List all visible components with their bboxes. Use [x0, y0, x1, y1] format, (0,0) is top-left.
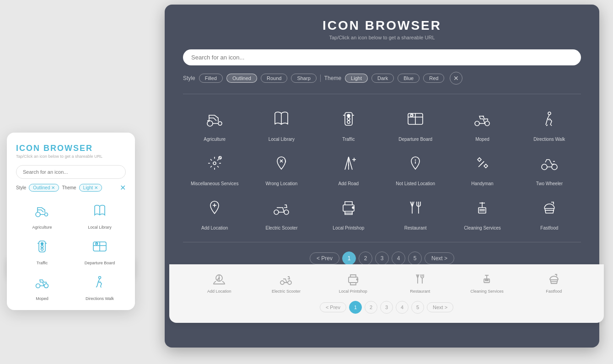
icon-add-road[interactable]: Add Road: [317, 150, 380, 187]
chip-outlined-x[interactable]: ✕: [51, 185, 55, 190]
gray-next-button[interactable]: Next >: [427, 302, 453, 312]
icon-not-listed-location[interactable]: Not Listed Location: [384, 150, 447, 187]
gray-page-3[interactable]: 3: [380, 301, 393, 314]
icon-misc-services-box: [201, 150, 228, 177]
icon-restaurant-box: [402, 194, 429, 221]
white-icon-moped-box: [31, 271, 54, 294]
gray-page-4[interactable]: 4: [396, 301, 409, 314]
dark-page-1[interactable]: 1: [342, 252, 356, 265]
white-icon-traffic[interactable]: Traffic: [16, 235, 68, 265]
icon-electric-scooter[interactable]: Electric Scooter: [250, 194, 313, 231]
white-icon-moped[interactable]: Moped: [16, 271, 68, 301]
icon-directions-walk[interactable]: Directions Walk: [518, 105, 581, 142]
svg-point-6: [356, 279, 358, 280]
white-icon-local-library[interactable]: Local Library: [74, 199, 126, 230]
icon-agriculture[interactable]: Agriculture: [183, 105, 246, 142]
gray-page-1[interactable]: 1: [349, 301, 362, 314]
icon-fastfood-label: Fastfood: [540, 225, 558, 231]
filter-dark[interactable]: Dark: [371, 74, 394, 83]
icon-departure-board[interactable]: Departure Board: [384, 105, 447, 142]
filter-round[interactable]: Round: [261, 74, 287, 83]
icon-local-printshop[interactable]: Local Printshop: [317, 194, 380, 231]
filter-filled[interactable]: Filled: [199, 74, 223, 83]
icon-wrong-location-box: [268, 150, 295, 177]
dark-next-button[interactable]: Next >: [425, 252, 454, 264]
filter-blue[interactable]: Blue: [398, 74, 419, 83]
dark-pagination: < Prev 1 2 3 4 5 Next >: [183, 252, 581, 265]
theme-label: Theme: [324, 75, 341, 81]
white-search-input[interactable]: [16, 165, 126, 179]
white-icon-traffic-label: Traffic: [37, 261, 48, 265]
white-icon-traffic-box: [31, 235, 54, 258]
icon-restaurant[interactable]: Restaurant: [384, 194, 447, 231]
dark-page-2[interactable]: 2: [359, 252, 372, 265]
filter-outlined[interactable]: Outlined: [226, 74, 257, 83]
white-icon-grid: Agriculture Local Library: [16, 199, 126, 301]
white-icon-agriculture-box: [31, 199, 54, 222]
icon-add-location[interactable]: Add Location: [183, 194, 246, 231]
svg-point-35: [548, 112, 551, 115]
svg-point-58: [352, 207, 354, 209]
icon-not-listed-location-label: Not Listed Location: [396, 181, 435, 187]
gray-icon-add-location[interactable]: Add Location: [188, 271, 251, 294]
filters-close-button[interactable]: ✕: [450, 72, 462, 85]
icon-departure-board-box: [402, 105, 429, 133]
icon-local-printshop-label: Local Printshop: [333, 225, 364, 231]
icon-wrong-location-label: Wrong Location: [266, 181, 298, 187]
dark-page-5[interactable]: 5: [408, 252, 422, 265]
icon-moped[interactable]: Moped: [451, 105, 514, 142]
white-chip-light[interactable]: Light ✕: [79, 184, 102, 192]
white-chip-outlined[interactable]: Outlined ✕: [29, 184, 59, 192]
style-label: Style: [183, 75, 195, 81]
svg-point-3: [280, 281, 284, 284]
icon-cleaning-services[interactable]: Cleaning Services: [451, 194, 514, 231]
white-filters-close[interactable]: ✕: [120, 183, 126, 192]
icon-fastfood-box: [536, 194, 563, 221]
gray-page-2[interactable]: 2: [365, 301, 377, 314]
icon-local-library[interactable]: Local Library: [250, 105, 313, 142]
white-icon-agriculture[interactable]: Agriculture: [16, 199, 68, 230]
icon-add-road-box: [335, 150, 362, 177]
svg-point-51: [552, 164, 557, 170]
icon-misc-services[interactable]: Miscellaneous Services: [183, 150, 246, 187]
gray-bottom-card: Add Location Electric Scooter Local Prin…: [169, 264, 604, 323]
dark-page-4[interactable]: 4: [392, 252, 405, 265]
gray-icon-cleaning-label: Cleaning Services: [470, 289, 504, 294]
white-theme-label: Theme: [62, 185, 76, 190]
white-icon-directions-walk-box: [88, 271, 111, 294]
white-icon-directions-walk[interactable]: Directions Walk: [74, 271, 126, 301]
svg-point-75: [41, 248, 43, 251]
svg-point-85: [44, 284, 48, 288]
filter-red[interactable]: Red: [423, 74, 444, 83]
gray-pagination: < Prev 1 2 3 4 5 Next >: [188, 301, 586, 314]
icon-two-wheeler[interactable]: Two Wheeler: [518, 150, 581, 187]
gray-icon-cleaning[interactable]: Cleaning Services: [455, 271, 518, 294]
svg-point-36: [213, 162, 216, 165]
chip-light-x[interactable]: ✕: [94, 185, 98, 190]
svg-point-22: [347, 114, 350, 117]
icon-traffic[interactable]: Traffic: [317, 105, 380, 142]
gray-icon-printshop[interactable]: Local Printshop: [322, 271, 385, 294]
dark-prev-button[interactable]: < Prev: [310, 252, 339, 264]
svg-point-33: [475, 121, 479, 126]
svg-point-70: [45, 213, 48, 216]
filter-light[interactable]: Light: [345, 74, 368, 83]
icon-agriculture-label: Agriculture: [204, 136, 226, 142]
gray-prev-button[interactable]: < Prev: [320, 302, 346, 312]
white-icon-agriculture-label: Agriculture: [32, 225, 52, 230]
gray-icon-restaurant[interactable]: Restaurant: [388, 271, 452, 294]
dark-page-3[interactable]: 3: [375, 252, 389, 265]
gray-icon-fastfood[interactable]: Fastfood: [522, 271, 586, 294]
filter-sharp[interactable]: Sharp: [291, 74, 316, 83]
gray-page-5[interactable]: 5: [411, 301, 424, 314]
icon-handyman[interactable]: Handyman: [451, 150, 514, 187]
gray-icon-restaurant-label: Restaurant: [410, 289, 430, 294]
icon-fastfood[interactable]: Fastfood: [518, 194, 581, 231]
gray-icon-electric-scooter[interactable]: Electric Scooter: [254, 271, 317, 294]
dark-search-input[interactable]: [183, 49, 581, 65]
white-icon-departure-board[interactable]: Departure Board: [74, 235, 126, 265]
icon-wrong-location[interactable]: Wrong Location: [250, 150, 313, 187]
icon-handyman-label: Handyman: [471, 181, 493, 187]
icon-directions-walk-box: [536, 105, 563, 133]
icon-handyman-box: [468, 150, 496, 177]
